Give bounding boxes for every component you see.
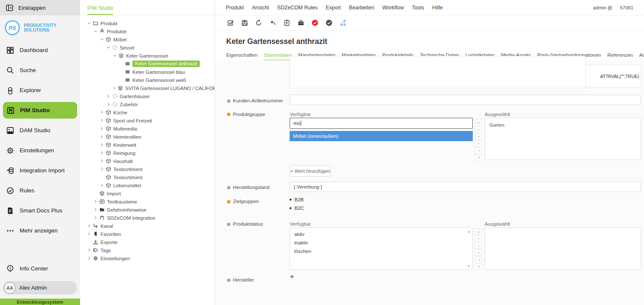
sidebar-item-dam-studio[interactable]: DAM Studio	[0, 120, 80, 140]
chevron-down-icon[interactable]	[86, 21, 92, 26]
sidebar-item-pim-studio[interactable]: PIM Studio	[3, 102, 77, 119]
tree-node-tags[interactable]: Tags	[80, 246, 215, 254]
list-option-l-schen[interactable]: löschen	[290, 247, 472, 256]
chevron-down-icon[interactable]	[106, 45, 111, 50]
tree-node-produkt[interactable]: Produkt	[80, 19, 215, 27]
produktgruppe-search-input[interactable]: mö	[290, 118, 473, 129]
kunden-artikelnummer-input[interactable]	[290, 95, 641, 105]
tree-node-textbausteine[interactable]: Textbausteine	[80, 198, 215, 206]
tree-node-sdzecom-integration[interactable]: SDZeCOM Integration	[80, 214, 215, 222]
chevron-right-icon[interactable]	[106, 94, 111, 99]
tree-node-favoriten[interactable]: Favoriten	[80, 230, 215, 238]
chevron-right-icon[interactable]	[86, 232, 92, 236]
tree-node-haushalt[interactable]: Haushalt	[80, 157, 215, 165]
tab-stammdaten[interactable]: Stammdaten	[264, 52, 292, 61]
tree-node-gartenh-user[interactable]: Gartenhäuser	[80, 92, 215, 100]
move-up-button[interactable]: ▴	[475, 134, 482, 139]
menu-item-export[interactable]: Export	[326, 5, 341, 11]
move-all-right-button[interactable]: ▸|	[475, 119, 482, 125]
menu-item-hilfe[interactable]: Hilfe	[432, 5, 443, 11]
toolbar-status-dark-check-button[interactable]	[325, 19, 333, 27]
hersteller-add-button[interactable]: +	[290, 273, 294, 281]
chevron-right-icon[interactable]	[99, 159, 105, 163]
chevron-right-icon[interactable]	[86, 224, 92, 228]
chevron-right-icon[interactable]	[86, 256, 92, 261]
tree-node-exporte[interactable]: Exporte	[80, 238, 215, 246]
produktgruppe-selected-list[interactable]: Garten	[485, 118, 641, 160]
chevron-right-icon[interactable]	[93, 199, 98, 204]
chevron-down-icon[interactable]	[99, 37, 105, 42]
toolbar-briefcase-button[interactable]	[296, 19, 305, 27]
move-down-button[interactable]: ▾	[475, 250, 482, 256]
list-option-aktiv[interactable]: aktiv	[290, 230, 472, 238]
chevron-right-icon[interactable]	[99, 151, 105, 155]
tree-node-produkte[interactable]: Produkte	[80, 27, 215, 35]
tree-node-testsortiment[interactable]: Testsortiment	[80, 165, 215, 173]
tree-node-multimedia[interactable]: Multimedia	[80, 125, 215, 133]
sidebar-item-info-center[interactable]: Info Center	[0, 259, 80, 279]
move-right-button[interactable]: ▸	[475, 126, 482, 132]
chevron-right-icon[interactable]	[99, 142, 105, 147]
move-left-button[interactable]: ◂	[475, 148, 482, 154]
user-menu[interactable]: AA Alex Admin	[3, 281, 77, 294]
toolbar-undo-button[interactable]	[268, 19, 277, 27]
sidebar-item-dashboard[interactable]: Dashboard	[0, 40, 80, 60]
produktstatus-available-list[interactable]: ▲ ▼ aktivinaktivlöschen	[290, 227, 473, 270]
move-down-button[interactable]: ▾	[475, 140, 482, 146]
tree-node-k-che[interactable]: Küche	[80, 108, 215, 116]
menu-item-sdzecom-rules[interactable]: SDZeCOM Rules	[277, 5, 318, 11]
tree-node-testsortiment[interactable]: Testsortiment	[80, 173, 215, 181]
toolbar-refresh-button[interactable]	[254, 19, 263, 27]
tab-referenzen[interactable]: Referenzen	[607, 52, 633, 61]
move-right-button[interactable]: ▸	[475, 235, 482, 241]
menu-item-ansicht[interactable]: Ansicht	[252, 5, 269, 11]
tree-node-sessel[interactable]: Sessel	[80, 44, 215, 52]
tree-node-sport-und-freizeit[interactable]: Sport und Freizeit	[80, 116, 215, 125]
chevron-right-icon[interactable]	[99, 183, 105, 188]
tree-node-svita-gartensessel-lugano-california[interactable]: SVITA Gartensessel LUGANO / CALIFORNIA	[80, 84, 215, 92]
tree-node-zubeh-r[interactable]: Zubehör	[80, 100, 215, 108]
chevron-down-icon[interactable]	[112, 53, 118, 58]
scroll-down-icon[interactable]: ▼	[467, 264, 470, 267]
tree-node-keter-gartensessel-anthrazit[interactable]: Keter Gartensessel anthrazit	[80, 60, 215, 68]
sidebar-item-integration-import[interactable]: Integration Import	[0, 160, 80, 180]
tree-node-import[interactable]: Import	[80, 189, 215, 198]
sidebar-item-einstellungen[interactable]: Einstellungen	[0, 140, 80, 160]
list-option-inaktiv[interactable]: inaktiv	[290, 238, 472, 247]
menu-item-tools[interactable]: Tools	[412, 5, 424, 11]
toolbar-report-button[interactable]	[282, 19, 291, 27]
chevron-right-icon[interactable]	[93, 215, 98, 220]
tree-node-m-bel[interactable]: Möbel	[80, 35, 215, 44]
menu-item-produkt[interactable]: Produkt	[226, 5, 244, 11]
chevron-right-icon[interactable]	[99, 118, 105, 123]
tab-eigenschaften[interactable]: Eigenschaften	[226, 52, 257, 61]
sidebar-item-smart-docs-plus[interactable]: Smart Docs Plus	[0, 200, 80, 221]
formula-field[interactable]	[290, 56, 586, 88]
sidebar-item-suche[interactable]: Suche	[0, 60, 80, 80]
toolbar-save-check-button[interactable]	[226, 19, 235, 27]
chevron-right-icon[interactable]	[99, 126, 105, 131]
tree-node-gefahrenhinweise[interactable]: Gefahrenhinweise	[80, 206, 215, 214]
sidebar-item-explorer[interactable]: Explorer	[0, 80, 80, 100]
chevron-right-icon[interactable]	[99, 110, 105, 115]
move-all-right-button[interactable]: ▸|	[475, 229, 482, 235]
collapse-sidebar-button[interactable]: Einklappen	[0, 0, 80, 15]
chevron-right-icon[interactable]	[99, 167, 105, 171]
move-all-left-button[interactable]: |◂	[475, 264, 482, 270]
tree-node-heimtextilien[interactable]: Heimtextilien	[80, 133, 215, 141]
sidebar-item-rules[interactable]: Rules	[0, 180, 80, 200]
menu-item-bearbeiten[interactable]: Bearbeiten	[349, 5, 374, 11]
chevron-down-icon[interactable]	[93, 29, 98, 34]
sidebar-item-mehr-anzeigen[interactable]: Mehr anzeigen	[0, 221, 80, 241]
tree-node-einstellungen[interactable]: Einstellungen	[80, 254, 215, 262]
chevron-right-icon[interactable]	[93, 207, 98, 212]
move-all-left-button[interactable]: |◂	[475, 154, 482, 160]
toolbar-save-button[interactable]	[240, 19, 249, 27]
move-left-button[interactable]: ◂	[475, 257, 482, 263]
tree-node-lebensmittel[interactable]: Lebensmittel	[80, 181, 215, 189]
add-value-button[interactable]: + Wert hinzufügen	[290, 165, 331, 177]
scroll-up-icon[interactable]: ▲	[467, 230, 470, 233]
tree-node-reinigung[interactable]: Reinigung	[80, 149, 215, 157]
tree-node-kanal[interactable]: Kanal	[80, 222, 215, 230]
toolbar-status-red-check-button[interactable]	[310, 19, 319, 27]
